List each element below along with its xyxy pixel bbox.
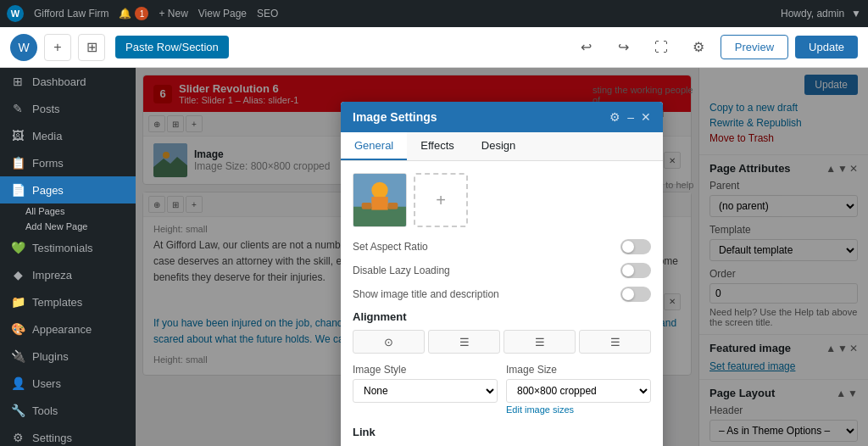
- svg-rect-8: [388, 203, 398, 209]
- site-name[interactable]: Gifford Law Firm: [34, 8, 108, 20]
- plugins-icon: 🔌: [10, 349, 25, 363]
- modal-worker-svg: [353, 173, 406, 227]
- top-bar-right: Howdy, admin ▼: [781, 8, 861, 20]
- add-block-button[interactable]: +: [44, 34, 71, 61]
- paste-row-button[interactable]: Paste Row/Section: [115, 36, 229, 59]
- sidebar-item-media[interactable]: 🖼 Media: [0, 122, 136, 149]
- modal-tabs: General Effects Design: [341, 132, 663, 161]
- notifications[interactable]: 🔔 1: [119, 7, 148, 20]
- sidebar-item-forms[interactable]: 📋 Forms: [0, 149, 136, 176]
- sidebar-item-impreza[interactable]: ◆ Impreza: [0, 261, 136, 288]
- sidebar-item-posts[interactable]: ✎ Posts: [0, 95, 136, 122]
- modal-link-section: Link: [353, 426, 651, 438]
- tab-design[interactable]: Design: [468, 132, 529, 160]
- sidebar: ⊞ Dashboard ✎ Posts 🖼 Media 📋 Forms 📄 Pa…: [0, 68, 136, 446]
- all-pages-subitem[interactable]: All Pages Add New Page: [0, 203, 136, 234]
- main-layout: ⊞ Dashboard ✎ Posts 🖼 Media 📋 Forms 📄 Pa…: [0, 68, 868, 446]
- sidebar-item-dashboard[interactable]: ⊞ Dashboard: [0, 68, 136, 95]
- edit-image-sizes-link[interactable]: Edit image sizes: [506, 404, 574, 415]
- set-aspect-ratio-toggle[interactable]: [620, 239, 651, 254]
- users-icon: 👤: [10, 376, 25, 390]
- sidebar-item-templates[interactable]: 📁 Templates: [0, 288, 136, 315]
- sidebar-item-testimonials[interactable]: 💚 Testimonials: [0, 234, 136, 261]
- media-icon: 🖼: [10, 129, 25, 142]
- new-content[interactable]: + New: [159, 8, 187, 20]
- modal-header: Image Settings ⚙ – ✕: [341, 102, 663, 132]
- modal-image-thumb: [353, 173, 407, 227]
- impreza-icon: ◆: [10, 268, 25, 282]
- tab-general[interactable]: General: [341, 132, 407, 160]
- pages-icon: 📄: [10, 183, 25, 197]
- top-admin-bar: W Gifford Law Firm 🔔 1 + New View Page S…: [0, 0, 868, 27]
- tab-effects[interactable]: Effects: [407, 132, 468, 160]
- appearance-icon: 🎨: [10, 322, 25, 336]
- fullscreen-button[interactable]: ⛶: [646, 32, 676, 63]
- wp-logo[interactable]: W: [7, 5, 24, 22]
- dashboard-icon: ⊞: [10, 75, 25, 88]
- image-size-select[interactable]: 800×800 cropped: [506, 379, 651, 403]
- sidebar-item-tools[interactable]: 🔧 Tools: [0, 397, 136, 424]
- sidebar-item-settings[interactable]: ⚙ Settings: [0, 424, 136, 446]
- modal-body: + Set Aspect Ratio Disable Lazy Loading: [341, 161, 663, 446]
- align-center2-btn[interactable]: ☰: [504, 330, 576, 354]
- testimonials-icon: 💚: [10, 241, 25, 254]
- sidebar-item-users[interactable]: 👤 Users: [0, 370, 136, 397]
- align-center-btn[interactable]: ⊙: [353, 330, 425, 354]
- preview-button[interactable]: Preview: [721, 35, 788, 59]
- image-settings-modal: Image Settings ⚙ – ✕ General Effects Des…: [341, 102, 663, 446]
- redo-button[interactable]: ↪: [609, 32, 639, 63]
- svg-rect-6: [371, 197, 387, 210]
- modal-close-icon[interactable]: ✕: [641, 110, 651, 124]
- alignment-row: ⊙ ☰ ☰ ☰: [353, 330, 651, 354]
- svg-rect-7: [362, 203, 372, 209]
- set-aspect-ratio-row: Set Aspect Ratio: [353, 239, 651, 254]
- tools-icon: 🔧: [10, 404, 25, 417]
- posts-icon: ✎: [10, 102, 25, 115]
- editor-logo: W: [10, 34, 37, 61]
- editor-view-button[interactable]: ⊞: [78, 34, 105, 61]
- templates-icon: 📁: [10, 295, 25, 309]
- show-title-toggle[interactable]: [620, 287, 651, 302]
- align-left-btn[interactable]: ☰: [428, 330, 500, 354]
- title-toggle-knob: [622, 288, 634, 300]
- modal-image-row: +: [353, 173, 651, 227]
- modal-image-add-btn[interactable]: +: [414, 173, 468, 227]
- svg-point-5: [371, 182, 387, 198]
- sidebar-item-appearance[interactable]: 🎨 Appearance: [0, 315, 136, 343]
- sidebar-item-plugins[interactable]: 🔌 Plugins: [0, 343, 136, 370]
- disable-lazy-row: Disable Lazy Loading: [353, 263, 651, 278]
- toggle-knob: [622, 241, 634, 253]
- show-title-row: Show image title and description: [353, 287, 651, 302]
- view-page[interactable]: View Page: [198, 8, 247, 20]
- modal-gear-icon[interactable]: ⚙: [609, 110, 620, 124]
- modal-overlay: Image Settings ⚙ – ✕ General Effects Des…: [136, 68, 868, 446]
- settings-gear-button[interactable]: ⚙: [683, 32, 714, 63]
- disable-lazy-toggle[interactable]: [620, 263, 651, 278]
- update-button[interactable]: Update: [795, 36, 858, 59]
- image-style-select[interactable]: None: [353, 379, 498, 403]
- sidebar-item-pages[interactable]: 📄 Pages: [0, 176, 136, 203]
- modal-minimize-icon[interactable]: –: [627, 110, 634, 124]
- forms-icon: 📋: [10, 156, 25, 170]
- editor-toolbar: W + ⊞ Paste Row/Section ↩ ↪ ⛶ ⚙ Preview …: [0, 27, 868, 68]
- seo-item[interactable]: SEO: [257, 8, 278, 20]
- align-right-btn[interactable]: ☰: [579, 330, 651, 354]
- undo-button[interactable]: ↩: [571, 32, 602, 63]
- image-style-size-row: Image Style None Image Size 800×800 crop…: [353, 364, 651, 415]
- settings-icon: ⚙: [10, 431, 25, 444]
- lazy-toggle-knob: [622, 265, 634, 276]
